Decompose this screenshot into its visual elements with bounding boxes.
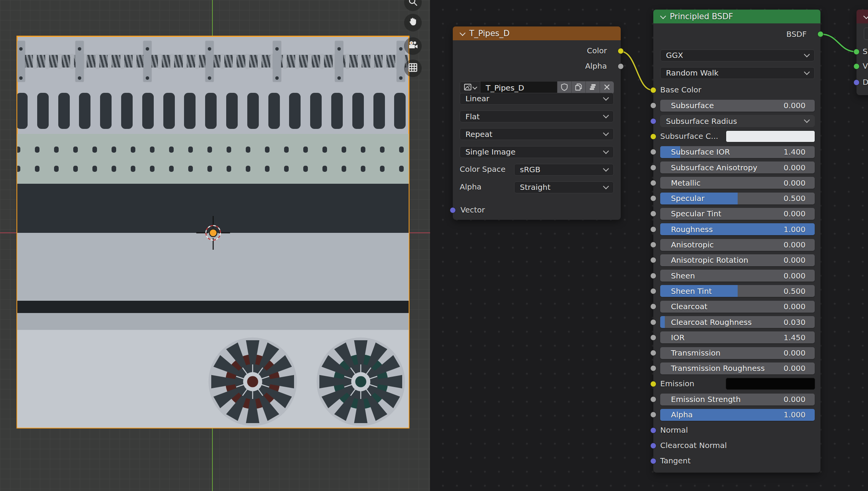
input-socket-normal[interactable]: [650, 427, 656, 433]
dropdown-repeat[interactable]: Repeat: [460, 128, 614, 140]
input-socket-subsurface-c[interactable]: [650, 133, 656, 140]
viewport-grid-button[interactable]: [404, 59, 422, 77]
output-socket-alpha[interactable]: [618, 63, 624, 69]
slider-value: 0.500: [784, 194, 806, 203]
pipe-collar: [108, 54, 112, 69]
vent-slot: [184, 93, 196, 129]
new-image-button[interactable]: [571, 81, 585, 94]
slider-label: Specular: [671, 194, 704, 203]
noodle-color-to-basecolor[interactable]: [620, 51, 653, 90]
fake-user-button[interactable]: [557, 81, 571, 94]
output-target-dropdown[interactable]: [864, 28, 868, 40]
vent-slot: [310, 93, 322, 129]
slider-specular-tint[interactable]: Specular Tint0.000: [660, 208, 815, 220]
slider-specular[interactable]: Specular0.500: [660, 193, 815, 204]
input-socket-transmission[interactable]: [650, 350, 656, 356]
input-socket-clearcoat-normal[interactable]: [650, 443, 656, 449]
chevron-down-icon: [804, 69, 810, 75]
color-swatch-emission[interactable]: [726, 378, 815, 390]
output-socket-color[interactable]: [618, 48, 624, 54]
image-texture-node[interactable]: T_Pipes_D ColorAlpha T_Pipes_D: [453, 26, 621, 220]
x-axis-line: [409, 232, 430, 233]
material-output-node-header[interactable]: [856, 10, 868, 23]
collapse-chevron-icon[interactable]: [460, 30, 466, 36]
vent-slot: [17, 93, 28, 129]
input-socket-metallic[interactable]: [650, 180, 656, 186]
input-socket-tangent[interactable]: [650, 458, 656, 464]
input-socket-subsurface[interactable]: [650, 102, 656, 109]
viewport-camera-button[interactable]: [404, 37, 422, 55]
slider-transmission-roughness[interactable]: Transmission Roughness0.000: [660, 362, 815, 374]
slider-metallic[interactable]: Metallic0.000: [660, 177, 815, 189]
input-socket-emission[interactable]: [650, 381, 656, 387]
input-socket-subsurface-anisotropy[interactable]: [650, 165, 656, 171]
viewport-pan-button[interactable]: [404, 14, 422, 31]
slider-value: 1.450: [784, 333, 806, 342]
input-socket-anisotropic-rotation[interactable]: [650, 257, 656, 263]
slider-subsurface-anisotropy[interactable]: Subsurface Anisotropy0.000: [660, 161, 815, 173]
slider-clearcoat-roughness[interactable]: Clearcoat Roughness0.030: [660, 316, 815, 328]
input-socket-clearcoat[interactable]: [650, 303, 656, 310]
input-socket-specular-tint[interactable]: [650, 211, 656, 217]
bsdf-output-socket[interactable]: [817, 31, 824, 37]
input-socket-subsurface-radius[interactable]: [650, 118, 656, 124]
collapse-chevron-icon[interactable]: [660, 13, 666, 19]
3d-viewport[interactable]: [0, 0, 430, 491]
input-label-vector: Vector: [460, 205, 485, 214]
image-browse-button[interactable]: [460, 81, 480, 94]
slider-subsurface-ior[interactable]: Subsurface IOR1.400: [660, 146, 815, 158]
input-socket-alpha[interactable]: [650, 412, 656, 418]
unlink-image-button[interactable]: [600, 81, 614, 94]
slider-alpha[interactable]: Alpha1.000: [660, 409, 815, 421]
slider-anisotropic[interactable]: Anisotropic0.000: [660, 239, 815, 251]
input-socket-clearcoat-roughness[interactable]: [650, 319, 656, 325]
input-socket-sheen[interactable]: [650, 273, 656, 279]
material-output-node[interactable]: SVD: [856, 10, 868, 95]
input-socket-d[interactable]: [853, 79, 860, 86]
slider-roughness[interactable]: Roughness1.000: [660, 223, 815, 235]
slider-value: 0.000: [784, 163, 806, 172]
shader-node-editor[interactable]: T_Pipes_D ColorAlpha T_Pipes_D: [430, 0, 868, 491]
image-texture-node-header[interactable]: T_Pipes_D: [453, 26, 621, 40]
slider-anisotropic-rotation[interactable]: Anisotropic Rotation0.000: [660, 254, 815, 266]
dropdown-linear[interactable]: Linear: [460, 93, 614, 105]
input-socket-base-color[interactable]: [650, 87, 656, 93]
dropdown-subsurface-radius[interactable]: Subsurface Radius: [660, 115, 815, 127]
noodle-bsdf-to-surface[interactable]: [821, 34, 856, 52]
slider-ior[interactable]: IOR1.450: [660, 331, 815, 343]
input-socket-sheen-tint[interactable]: [650, 288, 656, 294]
input-socket-v[interactable]: [853, 63, 860, 69]
dropdown-value: GGX: [666, 51, 683, 60]
dropdown-flat[interactable]: Flat: [460, 110, 614, 122]
input-socket-emission-strength[interactable]: [650, 396, 656, 402]
color-swatch-subsurface-c[interactable]: [726, 130, 815, 142]
pipe-collar: [283, 54, 287, 69]
dropdown-srgb[interactable]: sRGB: [514, 164, 614, 176]
input-socket-subsurface-ior[interactable]: [650, 149, 656, 155]
unpack-image-button[interactable]: [585, 81, 600, 94]
image-name-field[interactable]: T_Pipes_D: [480, 81, 557, 94]
slider-transmission[interactable]: Transmission0.000: [660, 347, 815, 359]
slider-emission-strength[interactable]: Emission Strength0.000: [660, 394, 815, 405]
principled-bsdf-node[interactable]: Principled BSDF BSDF GGXRandom Walk Base…: [653, 10, 820, 473]
textured-plane-object[interactable]: [17, 36, 409, 428]
slider-subsurface[interactable]: Subsurface0.000: [660, 100, 815, 112]
dropdown-straight[interactable]: Straight: [514, 181, 614, 193]
input-socket-s[interactable]: [853, 49, 860, 55]
principled-bsdf-node-header[interactable]: Principled BSDF: [653, 10, 820, 23]
slider-sheen-tint[interactable]: Sheen Tint0.500: [660, 285, 815, 297]
viewport-zoom-button[interactable]: [404, 0, 422, 11]
dropdown-random-walk[interactable]: Random Walk: [660, 67, 815, 79]
dropdown-ggx[interactable]: GGX: [660, 49, 815, 61]
input-socket-ior[interactable]: [650, 334, 656, 341]
input-socket-vector[interactable]: [450, 207, 456, 213]
collapse-chevron-icon[interactable]: [863, 13, 868, 19]
slider-sheen[interactable]: Sheen0.000: [660, 270, 815, 282]
dropdown-single-image[interactable]: Single Image: [460, 146, 614, 158]
input-socket-transmission-roughness[interactable]: [650, 365, 656, 371]
input-socket-anisotropic[interactable]: [650, 242, 656, 248]
input-socket-roughness[interactable]: [650, 226, 656, 232]
chevron-down-icon: [603, 165, 609, 171]
input-socket-specular[interactable]: [650, 195, 656, 201]
slider-clearcoat[interactable]: Clearcoat0.000: [660, 301, 815, 313]
